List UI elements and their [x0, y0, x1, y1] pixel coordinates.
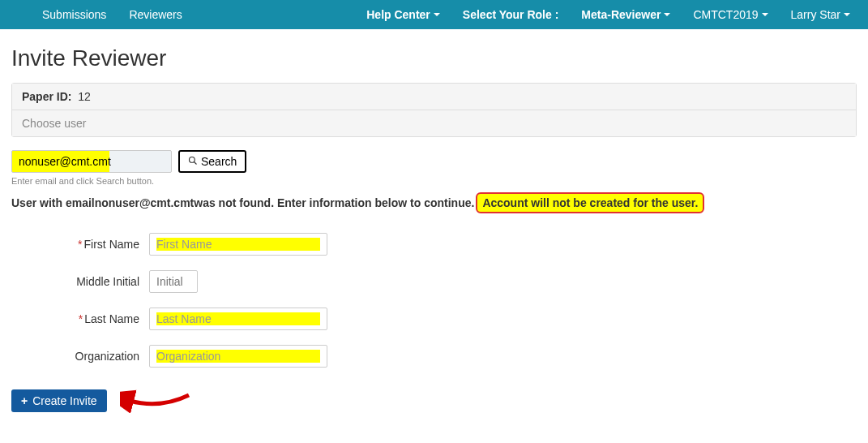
annotation-arrow — [120, 389, 193, 413]
nav-link-submissions[interactable]: Submissions — [31, 0, 118, 29]
page-title: Invite Reviewer — [11, 45, 857, 71]
nav-label: Meta-Reviewer — [581, 8, 661, 21]
nav-label: Larry Star — [791, 8, 840, 21]
not-found-message: User with email nonuser@cmt.cmt was not … — [11, 192, 857, 213]
svg-line-1 — [195, 162, 197, 165]
chevron-down-icon — [844, 13, 850, 16]
nav-user-dropdown[interactable]: Larry Star — [780, 0, 862, 29]
middle-initial-label: Middle Initial — [11, 275, 149, 288]
nav-link-reviewers[interactable]: Reviewers — [118, 0, 193, 29]
nav-conference-dropdown[interactable]: CMTCT2019 — [682, 0, 779, 29]
nav-left: Submissions Reviewers — [31, 0, 194, 29]
page-content: Invite Reviewer Paper ID: 12 Choose user… — [0, 29, 868, 443]
first-name-label: *First Name — [11, 238, 149, 251]
create-invite-label: Create Invite — [32, 394, 96, 407]
nav-role-dropdown[interactable]: Meta-Reviewer — [570, 0, 682, 29]
last-name-input[interactable] — [149, 308, 327, 330]
middle-initial-input[interactable] — [149, 270, 198, 293]
paper-id-value: 12 — [78, 90, 91, 103]
not-found-prefix: User with email — [11, 196, 95, 209]
account-not-created-callout: Account will not be created for the user… — [476, 192, 704, 213]
paper-id-label: Paper ID: — [22, 90, 71, 103]
last-name-label: *Last Name — [11, 312, 149, 325]
choose-user-label: Choose user — [12, 110, 856, 136]
nav-label: CMTCT2019 — [693, 8, 758, 21]
search-button-label: Search — [201, 155, 237, 168]
organization-input[interactable] — [149, 345, 327, 368]
search-row: Search — [11, 150, 857, 173]
not-found-email: nonuser@cmt.cmt — [95, 196, 195, 209]
top-navbar: Submissions Reviewers Help Center Select… — [0, 0, 868, 29]
chevron-down-icon — [762, 13, 768, 16]
svg-point-0 — [190, 157, 195, 163]
search-help-text: Enter email and click Search button. — [11, 176, 857, 186]
not-found-mid: was not found. Enter information below t… — [194, 196, 474, 209]
nav-link-help-center[interactable]: Help Center — [355, 0, 451, 29]
search-button[interactable]: Search — [178, 150, 246, 173]
plus-icon: + — [21, 394, 28, 407]
nav-label: Submissions — [42, 8, 106, 21]
nav-label: Help Center — [366, 8, 430, 21]
organization-label: Organization — [11, 350, 149, 363]
nav-label: Reviewers — [129, 8, 182, 21]
first-name-input[interactable] — [149, 233, 327, 256]
nav-right: Help Center Select Your Role : Meta-Revi… — [355, 0, 862, 29]
create-invite-row: + Create Invite — [11, 389, 857, 413]
nav-select-role-label: Select Your Role : — [451, 0, 571, 29]
email-search-input[interactable] — [11, 150, 172, 173]
create-invite-button[interactable]: + Create Invite — [11, 389, 107, 412]
user-form: *First Name Middle Initial *Last Name Or… — [11, 228, 857, 372]
chevron-down-icon — [664, 13, 670, 16]
chevron-down-icon — [434, 13, 440, 16]
paper-id-header: Paper ID: 12 — [12, 84, 856, 110]
search-icon — [188, 155, 198, 168]
paper-panel: Paper ID: 12 Choose user — [11, 83, 857, 137]
